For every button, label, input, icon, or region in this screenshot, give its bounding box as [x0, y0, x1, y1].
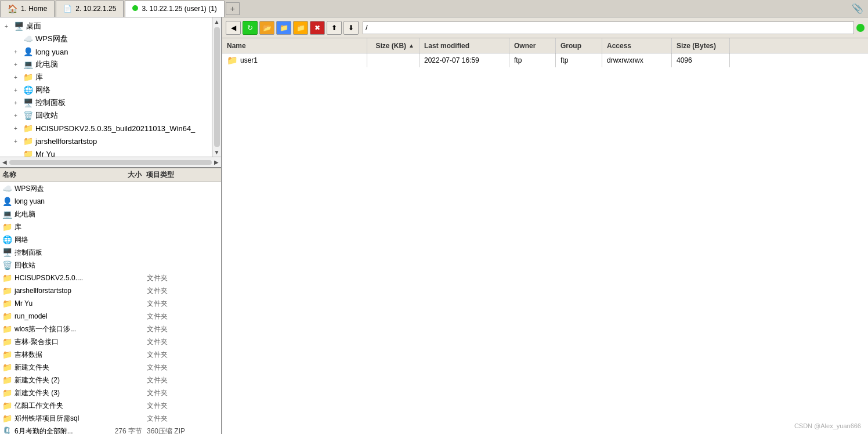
file-icon: 👤 — [2, 197, 12, 206]
list-item[interactable]: 🗜️ 6月考勤的全部附... 276 字节 360压缩 ZIP — [0, 425, 221, 434]
tree-item-jarshell[interactable]: + 📁 jarshellforstartstop — [0, 135, 212, 147]
file-name: 网络 — [15, 235, 102, 245]
col-header-group[interactable]: Group — [556, 38, 602, 53]
col-header-last-modified[interactable]: Last modified — [419, 38, 509, 53]
col-header-access[interactable]: Access — [602, 38, 672, 53]
file-type: 文件夹 — [142, 401, 189, 411]
remote-file-last-modified: 2022-07-07 16:59 — [419, 53, 509, 67]
btn-download[interactable]: ⬇ — [343, 21, 359, 35]
list-item[interactable]: 📁 新建文件夹 文件夹 — [0, 361, 221, 374]
file-type: 文件夹 — [142, 350, 189, 360]
table-row[interactable]: 📁 user1 2022-07-07 16:59 ftp ftp drwxrwx… — [222, 53, 868, 67]
list-item[interactable]: 💻 此电脑 — [0, 208, 221, 220]
list-item[interactable]: 📁 run_model 文件夹 — [0, 310, 221, 323]
tab-home-label: 1. Home — [21, 5, 47, 13]
file-icon: 🌐 — [2, 235, 12, 244]
tree-vscroll[interactable]: ▲ ▼ — [212, 17, 221, 157]
list-item[interactable]: 📁 新建文件夹 (2) 文件夹 — [0, 374, 221, 386]
tree-item-network[interactable]: + 🌐 网络 — [0, 84, 212, 96]
tab-pin-button[interactable]: 📎 — [852, 3, 868, 14]
vscroll-thumb[interactable] — [214, 27, 220, 147]
tree-section: + 🖥️ 桌面 ☁️ WPS网盘 + 👤 long yuan — [0, 17, 221, 168]
folder-icon: 📁 — [2, 401, 12, 410]
file-icon: 💻 — [2, 209, 12, 219]
expand-icon: + — [14, 125, 23, 132]
tree-content: + 🖥️ 桌面 ☁️ WPS网盘 + 👤 long yuan — [0, 17, 212, 157]
download-icon: ⬇ — [348, 24, 354, 32]
tree-item-label: 回收站 — [35, 110, 58, 121]
hscroll-left[interactable]: ◀ — [2, 159, 7, 165]
tree-item-controlpanel[interactable]: + 🖥️ 控制面板 — [0, 96, 212, 109]
tree-item-label: WPS网盘 — [35, 34, 68, 44]
list-item[interactable]: 📁 HCISUPSDKV2.5.0.... 文件夹 — [0, 272, 221, 284]
tree-item-library[interactable]: + 📁 库 — [0, 71, 212, 84]
vscroll-down[interactable]: ▼ — [213, 148, 221, 157]
file-name: 吉林-聚合接口 — [15, 337, 102, 347]
tree-item-mryu[interactable]: 📁 Mr Yu — [0, 147, 212, 157]
folder-icon: 📁 — [2, 337, 12, 346]
btn-new-folder-yellow[interactable]: 📁 — [293, 21, 308, 35]
list-item[interactable]: 📁 wios第一个接口涉... 文件夹 — [0, 323, 221, 335]
tab-home[interactable]: 🏠 1. Home — [0, 1, 55, 17]
list-item[interactable]: 👤 long yuan — [0, 195, 221, 208]
user-icon: 👤 — [23, 47, 33, 56]
file-name: 亿阳工作文件夹 — [15, 401, 102, 411]
list-item[interactable]: ☁️ WPS网盘 — [0, 182, 221, 195]
list-item[interactable]: 📁 Mr Yu 文件夹 — [0, 297, 221, 310]
remote-green-icon — [132, 5, 138, 13]
list-item[interactable]: 🌐 网络 — [0, 233, 221, 246]
folder-icon: 📁 — [23, 136, 33, 146]
file-name: 吉林数据 — [15, 350, 102, 360]
col-header-owner[interactable]: Owner — [509, 38, 556, 53]
tree-item-wps[interactable]: ☁️ WPS网盘 — [0, 32, 212, 45]
new-folder-blue-icon: 📁 — [280, 24, 288, 32]
list-item[interactable]: 📁 jarshellforstartstop 文件夹 — [0, 284, 221, 297]
hscroll-right[interactable]: ▶ — [214, 159, 219, 165]
list-item[interactable]: 📁 库 — [0, 220, 221, 233]
file-icon: 📁 — [2, 222, 12, 232]
list-item[interactable]: 📁 亿阳工作文件夹 文件夹 — [0, 399, 221, 412]
file-icon: 🖥️ — [2, 248, 12, 257]
list-item[interactable]: 📁 郑州铁塔项目所需sql 文件夹 — [0, 412, 221, 425]
col-header-name[interactable]: Name — [222, 38, 367, 53]
path-input[interactable] — [363, 21, 854, 34]
tree-item-desktop[interactable]: + 🖥️ 桌面 — [0, 20, 212, 32]
btn-back[interactable]: ◀ — [226, 21, 241, 35]
remote-file-list[interactable]: 📁 user1 2022-07-07 16:59 ftp ftp drwxrwx… — [222, 53, 868, 434]
tree-item-thispc[interactable]: + 💻 此电脑 — [0, 58, 212, 71]
new-folder-yellow-icon: 📁 — [296, 24, 305, 32]
list-item[interactable]: 📁 吉林数据 文件夹 — [0, 348, 221, 361]
tree-item-recycle[interactable]: + 🗑️ 回收站 — [0, 109, 212, 122]
col-header-size-bytes[interactable]: Size (Bytes) — [672, 38, 730, 53]
file-header: 名称 大小 项目类型 — [0, 168, 221, 182]
btn-filter[interactable]: ⬆ — [327, 21, 342, 35]
list-item[interactable]: 📁 新建文件夹 (3) 文件夹 — [0, 386, 221, 399]
btn-open-folder[interactable]: 📂 — [259, 21, 274, 35]
file-icon: 🗑️ — [2, 261, 12, 270]
filter-icon: ⬆ — [331, 24, 337, 32]
tree-item-hcisupsdkv[interactable]: + 📁 HCISUPSDKV2.5.0.35_build20211013_Win… — [0, 122, 212, 135]
btn-delete[interactable]: ✖ — [310, 21, 325, 35]
folder-icon: 📁 — [2, 388, 12, 397]
file-name: wios第一个接口涉... — [15, 324, 102, 334]
tab-remote1[interactable]: 📄 2. 10.22.1.25 — [56, 1, 124, 17]
list-item[interactable]: 🗑️ 回收站 — [0, 259, 221, 272]
tab-add-button[interactable]: + — [226, 2, 240, 15]
file-list[interactable]: ☁️ WPS网盘 👤 long yuan 💻 此电脑 — [0, 182, 221, 434]
list-item[interactable]: 📁 吉林-聚合接口 文件夹 — [0, 335, 221, 348]
file-type: 文件夹 — [142, 414, 189, 424]
col-header-size-kb[interactable]: Size (KB) ▲ — [367, 38, 419, 53]
vscroll-up[interactable]: ▲ — [213, 17, 221, 26]
btn-new-folder-blue[interactable]: 📁 — [276, 21, 291, 35]
wps-icon: ☁️ — [23, 34, 33, 44]
tab-remote2[interactable]: 3. 10.22.1.25 (user1) (1) — [125, 1, 224, 17]
tree-scroll[interactable]: + 🖥️ 桌面 ☁️ WPS网盘 + 👤 long yuan — [0, 17, 212, 157]
list-item[interactable]: 🖥️ 控制面板 — [0, 246, 221, 259]
file-name: 郑州铁塔项目所需sql — [15, 414, 102, 424]
btn-refresh[interactable]: ↻ — [243, 21, 258, 35]
col-header-name: 名称 — [2, 170, 101, 180]
tree-item-longyuan[interactable]: + 👤 long yuan — [0, 45, 212, 58]
expand-icon: + — [5, 23, 14, 30]
expand-icon: + — [14, 100, 23, 106]
file-type: 文件夹 — [142, 363, 189, 372]
